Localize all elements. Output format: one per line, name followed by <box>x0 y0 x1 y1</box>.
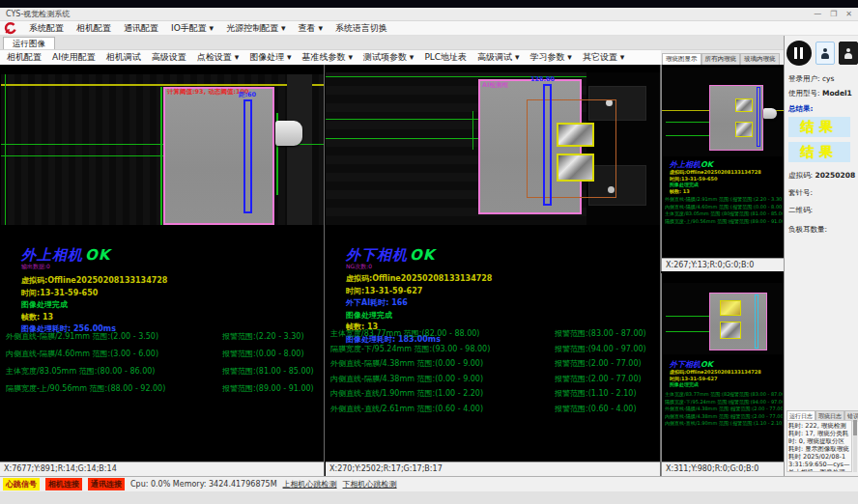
tool-baseline-params[interactable]: 基准线参数 ▾ <box>302 51 353 64</box>
menu-item-view[interactable]: 查看 ▾ <box>299 22 323 35</box>
tool-camera-config[interactable]: 相机配置 <box>7 51 42 64</box>
measurement-alarm: 报警范围:(2.00 - 77.00) <box>731 413 783 421</box>
tab-strip: 运行图像 <box>0 36 858 50</box>
measurement-row: 主体宽度/83.05mm 范围:(80.00 - 86.00)报警范围:(81.… <box>6 363 323 380</box>
measurement-alarm: 报警范围:(1.10 - 2.10) <box>732 420 783 428</box>
tool-image-processing[interactable]: 图像处理 ▾ <box>249 51 291 64</box>
tool-test-params[interactable]: 测试项参数 ▾ <box>363 51 414 64</box>
measurement-value: 内侧直线-隔膜/4.38mm 范围:(0.00 - 9.00) <box>665 413 731 421</box>
maximize-button[interactable]: ❐ <box>830 10 837 19</box>
menu-item-light-config[interactable]: 光源控制配置 ▾ <box>226 22 285 35</box>
barcode-label: 虚拟码: <box>788 171 813 180</box>
camera-link-badge: 相机连接 <box>45 478 82 490</box>
menu-item-language-switch[interactable]: 系统语言切换 <box>335 22 387 35</box>
measurement-value: 主体宽度/83.77mm 范围:(82.00 - 88.00) <box>665 391 729 399</box>
status-bar: 心跳信号 相机连接 通讯连接 Cpu: 0.0% Memory: 3424.41… <box>0 476 858 491</box>
close-button[interactable]: ✕ <box>845 10 852 19</box>
measurement-row: 外侧直线-直线/2.61mm 范围:(0.60 - 4.00)报警范围:(0.6… <box>330 402 659 417</box>
pause-button[interactable] <box>786 41 812 66</box>
cpu-memory-status: Cpu: 0.0% Memory: 3424.41796875M <box>130 480 277 489</box>
measurement-row: 隔膜宽度-下/95.24mm 范围:(93.00 - 98.00)报警范围:(9… <box>330 342 659 357</box>
middle-measurements: 主体宽度/83.77mm 范围:(82.00 - 88.00)报警范围:(83.… <box>330 326 659 416</box>
user-login-button[interactable] <box>815 42 835 65</box>
menu-item-comm-config[interactable]: 通讯配置 <box>124 22 158 35</box>
middle-camera-image[interactable]: AI检测框 128.80 <box>326 72 660 225</box>
qr-label: 二维码: <box>788 206 813 215</box>
lower-camera-heartbeat-link[interactable]: 下相机心跳检测 <box>343 479 397 490</box>
measurement-alarm: 报警范围:(94.00 - 97.00) <box>729 399 783 406</box>
right-top-coord-status: X:267;Y:13;R:0;G:0;B:0 <box>662 258 785 271</box>
measurement-row: 主体宽度/83.77mm 范围:(82.00 - 88.00)报警范围:(83.… <box>330 326 659 342</box>
middle-output-sub: NG次数:0 <box>346 263 492 269</box>
tab-all-inner-defects[interactable]: 所有内瑕疵 <box>701 53 741 65</box>
log-scrollbar[interactable] <box>853 420 857 472</box>
left-frames: 帧数: 13 <box>21 312 167 324</box>
measurement-alarm: 报警范围:(0.00 - 8.00) <box>732 204 783 211</box>
tool-plc-address-table[interactable]: PLC地址表 <box>424 51 467 64</box>
desktop-strip <box>0 0 858 8</box>
measurement-value: 主体宽度/83.77mm 范围:(82.00 - 88.00) <box>330 326 555 342</box>
result-badge-bottom: 结果 <box>788 142 850 162</box>
tab-detect-box <box>735 122 753 137</box>
tab-detect-box <box>735 98 753 112</box>
measurement-alarm: 报警范围:(0.00 - 8.00) <box>222 346 304 363</box>
tab-detect-box <box>557 123 594 147</box>
measurement-value: 内侧直线-隔膜/4.60mm 范围:(3.00 - 6.00) <box>6 346 222 363</box>
measurement-value: 主体宽度/83.05mm 范围:(80.00 - 86.00) <box>665 210 729 218</box>
mini-bottom-result-block: 外下相机OK 虚拟码:Offline20250208133134728 时间:1… <box>670 360 761 388</box>
measurement-alarm: 报警范围:(1.10 - 2.10) <box>555 386 637 402</box>
measurement-value: 内侧直线-隔膜/4.38mm 范围:(0.00 - 9.00) <box>330 372 555 387</box>
tool-camera-debug[interactable]: 相机调试 <box>106 51 141 64</box>
middle-coord-status: X:270;Y:2502;R:17;G:17;B:17 <box>326 462 660 476</box>
model-value[interactable]: Model1 <box>822 89 852 98</box>
menu-item-camera-config[interactable]: 相机配置 <box>76 22 111 35</box>
menu-bar: 系统配置 相机配置 通讯配置 IO手配置 ▾ 光源控制配置 ▾ 查看 ▾ 系统语… <box>0 21 858 36</box>
tab-detect-box <box>720 322 741 339</box>
right-top-mini-view[interactable]: 外上相机OK 虚拟码:Offline20250208133134728 时间:1… <box>661 65 784 271</box>
mini-frames: 帧数: 13 <box>670 188 761 195</box>
measurement-alarm: 报警范围:(94.00 - 97.00) <box>555 342 646 357</box>
tool-learning-params[interactable]: 学习参数 ▾ <box>530 51 572 64</box>
measurement-alarm: 报警范围:(2.00 - 77.00) <box>555 356 642 372</box>
upper-camera-heartbeat-link[interactable]: 上相机心跳检测 <box>283 479 337 490</box>
menu-item-system-config[interactable]: 系统配置 <box>29 22 64 35</box>
left-time: 时间:13-31-59-650 <box>21 288 167 300</box>
measurement-alarm: 报警范围:(81.00 - 85.00) <box>729 210 783 218</box>
measurement-value: 内侧直线-直线/1.90mm 范围:(1.00 - 2.20) <box>665 420 732 428</box>
blue-measure-rect <box>243 99 252 213</box>
connector-tab <box>275 121 302 146</box>
measurement-alarm: 报警范围:(83.00 - 87.00) <box>555 326 646 342</box>
minimize-button[interactable]: — <box>814 10 821 19</box>
mini-bottom-measurements: 主体宽度/83.77mm 范围:(82.00 - 88.00)报警范围:(83.… <box>665 391 783 428</box>
tool-advanced-settings[interactable]: 高级设置 <box>152 51 186 64</box>
measurement-value: 主体宽度/83.05mm 范围:(80.00 - 86.00) <box>6 363 222 380</box>
operator-button[interactable] <box>839 42 858 65</box>
measurement-row: 外侧直线-隔膜/2.91mm 范围:(2.00 - 3.50)报警范围:(2.2… <box>6 328 323 346</box>
right-bottom-mini-view[interactable]: 外下相机OK 虚拟码:Offline20250208133134728 时间:1… <box>661 273 784 476</box>
left-barcode: 虚拟码:Offline20250208133134728 <box>21 275 167 288</box>
measurement-alarm: 报警范围:(0.60 - 4.00) <box>555 402 637 417</box>
middle-ai-time: 外下AI耗时: 166 <box>346 297 492 310</box>
measurement-alarm: 报警范围:(89.00 - 91.00) <box>222 380 314 398</box>
tool-spotcheck-settings[interactable]: 点检设置 ▾ <box>197 51 239 64</box>
tab-glass-inner-defects[interactable]: 玻璃内瑕疵 <box>740 53 780 65</box>
blue-measure-rect <box>543 84 552 206</box>
measurement-alarm: 报警范围:(2.20 - 3.30) <box>222 328 304 346</box>
tool-other-settings[interactable]: 其它设置 ▾ <box>583 51 624 64</box>
toolbar: 相机配置 AI使用配置 相机调试 高级设置 点检设置 ▾ 图像处理 ▾ 基准线参… <box>0 49 661 65</box>
measurement-alarm: 报警范围:(2.00 - 77.00) <box>555 372 642 387</box>
measurement-value: 外侧直线-隔膜/4.38mm 范围:(0.00 - 9.00) <box>330 356 555 372</box>
tab-detect-box <box>557 154 594 182</box>
tool-advanced-debug[interactable]: 高级调试 ▾ <box>477 51 519 64</box>
gap-overlay-label: 距:60 <box>239 91 256 99</box>
menu-item-io-config[interactable]: IO手配置 ▾ <box>171 22 214 35</box>
measurement-value: 隔膜宽度-上/90.56mm 范围:(88.00 - 92.00) <box>6 380 222 398</box>
log-textbox[interactable]: 耗时: 222, 瑕疵检测耗时: 17, 瑕疵分类耗时: 0, 瑕疵提取分区耗时… <box>786 420 852 472</box>
mini-barcode: 虚拟码:Offline20250208133134728 <box>670 169 761 176</box>
side-panel: 登录用户: cys 使用型号: Model1 总结果: 结果 结果 虚拟码: 2… <box>784 36 858 476</box>
mini-top-measurements: 外侧直线-隔膜/2.91mm 范围:(2.00 - 3.50)报警范围:(2.2… <box>665 196 783 225</box>
left-camera-image[interactable]: 计算阈值:93, 动态阈值:100 距:60 <box>1 74 324 225</box>
measurement-row: 内侧直线-直线/1.90mm 范围:(1.00 - 2.20)报警范围:(1.1… <box>330 386 659 402</box>
tab-defect-image[interactable]: 瑕疵图显示 <box>662 53 701 65</box>
tool-ai-usage-config[interactable]: AI使用配置 <box>52 51 96 64</box>
